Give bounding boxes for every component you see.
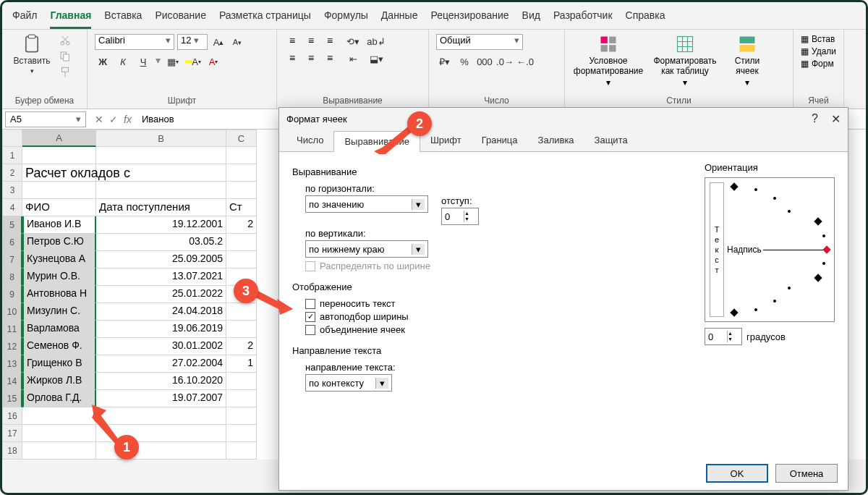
tab-review[interactable]: Рецензирование [430,5,509,29]
comma-button[interactable]: 000 [477,54,493,69]
header-date[interactable]: Дата поступления [96,199,226,216]
tab-draw[interactable]: Рисование [155,5,206,29]
cell[interactable]: Семенов Ф. [22,338,96,355]
tab-file[interactable]: Файл [12,5,37,29]
row-header[interactable]: 11 [2,321,22,338]
tab-data[interactable]: Данные [381,5,418,29]
cut-icon[interactable] [59,34,72,47]
cell[interactable]: 19.06.2019 [96,321,226,338]
decrease-font-icon[interactable]: A▾ [229,35,245,49]
fill-color-button[interactable]: A▾ [185,54,201,69]
underline-button[interactable]: Ч [135,54,151,69]
cell[interactable]: Мурин О.В. [22,268,96,286]
row-header[interactable]: 3 [2,182,22,199]
cell[interactable] [226,234,257,251]
text-direction-select[interactable]: по контексту▾ [305,374,392,392]
borders-button[interactable]: ▦▾ [165,54,181,69]
row-header[interactable]: 9 [2,286,22,303]
cell[interactable]: 03.05.2 [96,234,226,251]
cell[interactable]: 27.02.2004 [96,355,226,373]
cell[interactable]: 2 [226,338,257,355]
cell[interactable]: Орлова Г.Д. [22,390,96,407]
tab-layout[interactable]: Разметка страницы [219,5,311,29]
cell[interactable]: 30.01.2002 [96,338,226,355]
row-header[interactable]: 5 [2,216,22,234]
indent-spinner[interactable]: ▲▼ [441,208,479,225]
h-align-select[interactable]: по значению▾ [305,195,428,213]
cell[interactable]: 25.09.2005 [96,251,226,268]
cell[interactable] [226,321,257,338]
orientation-vertical[interactable]: Текст [710,182,724,317]
merge-button[interactable]: ⬓▾ [368,51,384,66]
row-header[interactable]: 8 [2,268,22,286]
delete-cells-button[interactable]: ▦Удали [801,46,836,56]
row-header[interactable]: 2 [2,164,22,182]
cell[interactable]: Жирков Л.В [22,373,96,390]
col-header[interactable]: B [96,130,226,147]
cancel-button[interactable]: Отмена [775,464,838,483]
dlg-tab-font[interactable]: Шрифт [420,130,472,151]
shrink-to-fit-checkbox[interactable]: ✓автоподбор ширины [305,311,687,322]
cell[interactable]: 19.12.2001 [96,216,226,234]
dlg-tab-fill[interactable]: Заливка [528,130,584,151]
col-header[interactable]: A [22,130,96,147]
font-name-select[interactable]: Calibri ▾ [95,34,174,50]
v-align-select[interactable]: по нижнему краю▾ [305,240,428,258]
number-format-select[interactable]: Общий▾ [436,34,523,50]
row-header[interactable]: 15 [2,390,22,407]
row-header[interactable]: 12 [2,338,22,355]
dec-decimal-button[interactable]: ←.0 [517,54,533,69]
tab-home[interactable]: Главная [50,5,91,29]
format-painter-icon[interactable] [59,66,72,79]
accept-fx-icon[interactable]: ✓ [109,114,118,125]
merge-cells-checkbox[interactable]: объединение ячеек [305,324,687,335]
ok-button[interactable]: OK [706,464,768,483]
cell[interactable]: Грищенко В [22,355,96,373]
cell[interactable] [226,251,257,268]
cell[interactable]: Мизулин С. [22,303,96,321]
paste-button[interactable]: Вставить ▾ [9,34,54,75]
col-header[interactable]: C [226,130,257,147]
orientation-control[interactable]: Текст Надпись [705,177,835,322]
currency-button[interactable]: ₽▾ [436,54,452,69]
tab-insert[interactable]: Вставка [104,5,142,29]
tab-formulas[interactable]: Формулы [324,5,368,29]
insert-cells-button[interactable]: ▦Встав [801,34,836,44]
copy-icon[interactable] [59,50,72,63]
dlg-tab-border[interactable]: Граница [472,130,528,151]
cell[interactable]: 16.10.2020 [96,373,226,390]
cell[interactable]: Петров С.Ю [22,234,96,251]
row-header[interactable]: 10 [2,303,22,321]
header-st[interactable]: Ст [226,199,257,216]
cell[interactable]: Кузнецова А [22,251,96,268]
row-header[interactable]: 7 [2,251,22,268]
title-cell[interactable]: Расчет окладов с [22,164,96,182]
inc-decimal-button[interactable]: .0→ [497,54,513,69]
wrap-text-button[interactable]: ab↲ [368,34,384,48]
header-fio[interactable]: ФИО [22,199,96,216]
dlg-tab-protection[interactable]: Защита [584,130,638,151]
increase-font-icon[interactable]: A▴ [210,35,226,49]
cell[interactable]: Иванов И.В [22,216,96,234]
bold-button[interactable]: Ж [95,54,111,69]
row-header[interactable]: 17 [2,425,22,442]
font-size-select[interactable]: 12 ▾ [177,34,208,50]
cell[interactable]: 25.01.2022 [96,286,226,303]
close-button[interactable]: ✕ [831,112,841,126]
dlg-tab-number[interactable]: Число [286,130,333,151]
row-header[interactable]: 4 [2,199,22,216]
cell[interactable] [226,390,257,407]
conditional-formatting-button[interactable]: Условное форматирование▾ [572,34,644,88]
cell[interactable]: 24.04.2018 [96,303,226,321]
cell[interactable]: 13.07.2021 [96,268,226,286]
row-header[interactable]: 14 [2,373,22,390]
percent-button[interactable]: % [456,54,472,69]
select-all-corner[interactable] [2,130,22,147]
cancel-fx-icon[interactable]: ✕ [95,114,103,125]
format-cells-button[interactable]: ▦Форм [801,59,836,69]
tab-help[interactable]: Справка [626,5,665,29]
orientation-button[interactable]: ⟲▾ [345,34,361,48]
tab-developer[interactable]: Разработчик [553,5,613,29]
row-header[interactable]: 1 [2,147,22,164]
wrap-text-checkbox[interactable]: переносить текст [305,298,687,309]
